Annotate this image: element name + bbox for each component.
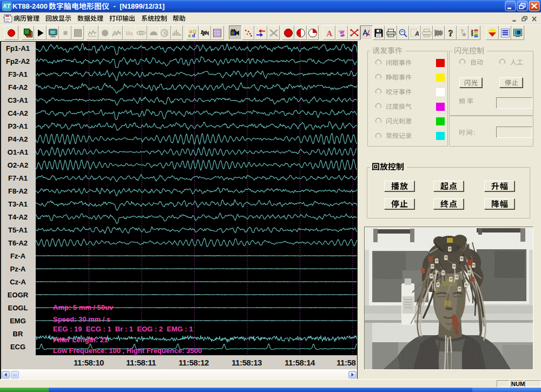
svg-text:A: A — [326, 29, 332, 37]
svg-text:Hz: Hz — [126, 30, 133, 36]
svg-text:KT: KT — [3, 3, 11, 9]
svg-text:c: c — [188, 32, 191, 37]
svg-text:?: ? — [448, 28, 453, 37]
svg-text:A: A — [414, 30, 419, 36]
svg-text:d: d — [192, 32, 195, 37]
